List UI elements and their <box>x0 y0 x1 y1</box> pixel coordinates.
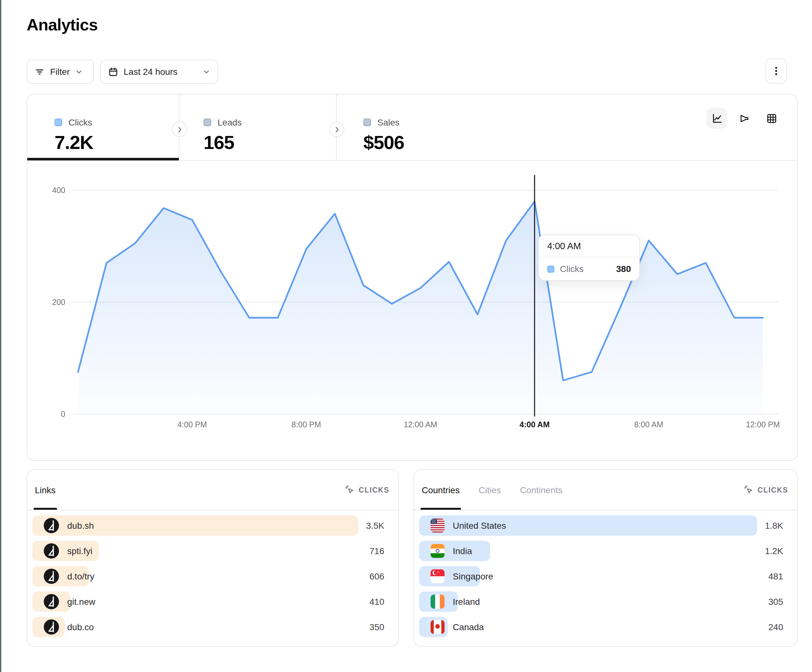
funnel-view-button[interactable] <box>734 108 755 129</box>
tab-continents[interactable]: Continents <box>519 470 564 510</box>
row-label: d.to/try <box>67 571 94 582</box>
tab-links[interactable]: Links <box>34 470 57 510</box>
link-row[interactable]: git.new410 <box>32 592 393 612</box>
clicks-indicator-icon <box>55 119 62 126</box>
country-row[interactable]: United States1.8K <box>419 515 792 536</box>
expand-leads-button[interactable] <box>329 122 345 137</box>
tab-clicks[interactable]: Clicks 7.2K <box>27 94 179 160</box>
row-label: India <box>453 546 472 556</box>
metric-value: $506 <box>363 132 797 154</box>
svg-text:8:00 PM: 8:00 PM <box>292 420 321 429</box>
row-label: United States <box>453 520 506 530</box>
row-label: git.new <box>67 597 96 607</box>
metric-value: 165 <box>203 132 336 154</box>
table-view-button[interactable] <box>761 108 782 129</box>
page-title: Analytics <box>27 15 98 35</box>
row-value: 410 <box>369 597 384 607</box>
countries-sort-by[interactable]: CLICKS <box>744 485 788 495</box>
row-label: dub.co <box>67 622 94 632</box>
countries-panel: Countries Cities Continents CLICKS Unite… <box>413 469 798 646</box>
kebab-menu-icon <box>772 66 781 76</box>
links-panel: Links CLICKS dub.sh3.5Kspti.fyi716d.to/t… <box>27 469 399 646</box>
row-value: 305 <box>768 597 783 607</box>
row-value: 1.8K <box>765 520 783 530</box>
active-tab-underline <box>27 158 179 160</box>
row-value: 3.5K <box>366 520 384 530</box>
funnel-icon <box>739 113 750 124</box>
row-value: 350 <box>369 622 384 632</box>
more-options-button[interactable] <box>765 58 787 84</box>
metric-value: 7.2K <box>55 132 179 154</box>
filter-lines-icon <box>35 67 44 77</box>
analytics-card: Clicks 7.2K Leads 165 Sales $506 <box>27 94 798 461</box>
link-row[interactable]: dub.co350 <box>32 617 393 637</box>
dub-logo-icon <box>44 569 59 584</box>
country-row[interactable]: Singapore481 <box>419 566 792 587</box>
row-value: 716 <box>369 546 384 556</box>
row-label: Ireland <box>453 597 480 607</box>
ca-flag-icon <box>431 620 445 634</box>
calendar-icon <box>108 67 118 77</box>
svg-text:400: 400 <box>52 186 65 194</box>
row-value: 240 <box>768 622 783 632</box>
row-value: 606 <box>369 571 384 582</box>
link-row[interactable]: spti.fyi716 <box>32 541 393 561</box>
cursor-click-icon <box>744 485 753 495</box>
svg-text:0: 0 <box>61 409 65 418</box>
sg-flag-icon <box>431 569 445 583</box>
filter-button[interactable]: Filter <box>27 60 94 84</box>
filter-button-label: Filter <box>50 67 70 77</box>
leads-indicator-icon <box>203 119 211 126</box>
link-row[interactable]: dub.sh3.5K <box>32 515 393 536</box>
link-row[interactable]: d.to/try606 <box>32 566 393 587</box>
chevron-down-icon <box>203 68 210 75</box>
us-flag-icon <box>431 518 445 532</box>
table-grid-icon <box>766 113 777 124</box>
tooltip-value: 380 <box>616 264 631 274</box>
svg-text:8:00 AM: 8:00 AM <box>634 420 663 429</box>
tooltip-time: 4:00 AM <box>539 235 639 258</box>
links-sort-by[interactable]: CLICKS <box>345 485 389 495</box>
svg-text:4:00 PM: 4:00 PM <box>177 420 207 429</box>
country-row[interactable]: Canada240 <box>419 617 792 637</box>
row-value: 1.2K <box>765 546 783 556</box>
left-edge-strip <box>0 0 1 672</box>
expand-clicks-button[interactable] <box>172 122 187 137</box>
tab-cities[interactable]: Cities <box>478 470 502 510</box>
dub-logo-icon <box>44 543 59 559</box>
tooltip-metric: Clicks <box>560 264 584 274</box>
dub-logo-icon <box>44 518 59 533</box>
metric-tabs: Clicks 7.2K Leads 165 Sales $506 <box>27 94 797 161</box>
metric-label: Leads <box>218 117 242 128</box>
dub-logo-icon <box>44 619 59 634</box>
chart-canvas: 02004004:00 PM8:00 PM12:00 AM4:00 AM8:00… <box>27 161 797 461</box>
tab-countries[interactable]: Countries <box>420 470 461 510</box>
row-value: 481 <box>768 571 783 582</box>
chevron-down-icon <box>75 68 82 75</box>
chart-tooltip: 4:00 AM Clicks 380 <box>538 235 640 281</box>
row-label: dub.sh <box>67 520 94 530</box>
line-chart-view-button[interactable] <box>706 108 727 129</box>
metric-label: Clicks <box>68 117 92 128</box>
svg-text:4:00 AM: 4:00 AM <box>520 420 550 429</box>
line-chart-icon <box>711 113 723 124</box>
tab-leads[interactable]: Leads 165 <box>179 94 336 160</box>
date-range-button[interactable]: Last 24 hours <box>100 60 218 84</box>
row-label: Canada <box>453 622 484 632</box>
ie-flag-icon <box>431 595 445 609</box>
date-range-label: Last 24 hours <box>124 67 177 77</box>
dub-logo-icon <box>44 594 59 609</box>
svg-text:12:00 AM: 12:00 AM <box>404 420 437 429</box>
country-row[interactable]: Ireland305 <box>419 592 792 612</box>
clicks-indicator-icon <box>547 265 554 272</box>
row-label: Singapore <box>453 571 493 582</box>
svg-text:12:00 PM: 12:00 PM <box>746 420 780 429</box>
in-flag-icon <box>431 544 445 558</box>
row-label: spti.fyi <box>67 546 92 556</box>
sales-indicator-icon <box>363 119 371 126</box>
metric-label: Sales <box>377 117 399 128</box>
svg-text:200: 200 <box>52 298 65 307</box>
cursor-click-icon <box>345 485 354 495</box>
country-row[interactable]: India1.2K <box>419 541 792 561</box>
clicks-time-series-chart[interactable]: 02004004:00 PM8:00 PM12:00 AM4:00 AM8:00… <box>27 161 797 461</box>
